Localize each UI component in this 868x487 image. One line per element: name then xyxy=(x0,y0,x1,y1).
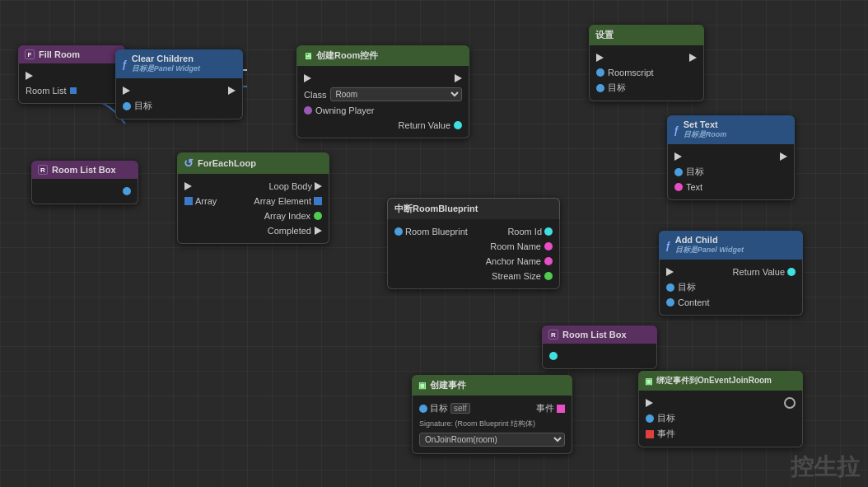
bind-event-exec-out xyxy=(784,397,796,409)
settings-roomscript-label: Roomscript xyxy=(608,68,654,77)
set-text-exec-in xyxy=(674,152,682,161)
create-event-event-pin xyxy=(557,405,565,413)
foreach-node: ↺ ForEachLoop Loop Body Array Array Elem… xyxy=(177,152,329,244)
fill-room-list-row: Room List xyxy=(19,83,124,98)
foreach-index-pin xyxy=(314,212,322,220)
create-event-target-group: 目标 self xyxy=(419,402,470,414)
break-room-name-row: Room Name xyxy=(388,239,559,254)
foreach-loopbody-pin xyxy=(315,182,322,190)
foreach-completed-row: Completed xyxy=(178,223,329,238)
room-list-box-left-title: Room List Box xyxy=(52,165,116,175)
clear-children-title: Clear Children xyxy=(132,54,200,63)
add-child-target-pin xyxy=(666,283,674,292)
break-room-id-pin xyxy=(544,227,553,236)
foreach-loopbody-label: Loop Body xyxy=(268,181,312,191)
clear-children-node: ƒ Clear Children 目标是Panel Widget 目标 xyxy=(115,49,243,119)
fill-room-exec-out-pin xyxy=(26,72,33,80)
foreach-body: Loop Body Array Array Element Array Inde… xyxy=(177,174,329,244)
bind-event-event-pin xyxy=(646,430,654,438)
add-child-exec-row: Return Value xyxy=(660,265,802,279)
foreach-header: ↺ ForEachLoop xyxy=(177,152,329,174)
clear-children-body: 目标 xyxy=(115,78,243,119)
create-event-target-pin xyxy=(419,405,427,413)
create-event-event-group: 事件 xyxy=(536,402,565,414)
break-room-id-group: Room Id xyxy=(507,227,553,236)
fill-room-exec-row xyxy=(19,68,124,83)
settings-title: 设置 xyxy=(595,29,614,41)
clear-children-title-group: Clear Children 目标是Panel Widget xyxy=(132,54,200,74)
add-child-return-pin xyxy=(787,268,796,276)
break-room-blueprint-group: Room Blueprint xyxy=(394,227,468,236)
settings-target-label: 目标 xyxy=(608,82,626,94)
break-room-stream-pin xyxy=(544,272,553,280)
add-child-title-group: Add Child 目标是Panel Widget xyxy=(675,235,744,255)
create-room-class-select[interactable]: Room xyxy=(330,87,462,101)
bind-event-event-label: 事件 xyxy=(657,428,675,440)
break-room-id-label: Room Id xyxy=(507,227,542,236)
clear-children-exec-row xyxy=(116,83,242,98)
create-event-target-row: 目标 self 事件 xyxy=(413,400,572,416)
foreach-array-pin xyxy=(184,197,193,205)
create-room-icon: 🖥 xyxy=(303,51,312,61)
room-list-box-left-output-pin xyxy=(123,187,131,195)
break-room-stream-label: Stream Size xyxy=(492,271,541,281)
break-room-anchor-pin xyxy=(544,257,553,265)
foreach-title: ForEachLoop xyxy=(198,158,256,168)
room-list-box-center-title: Room List Box xyxy=(562,330,627,339)
create-room-owning-pin xyxy=(304,106,312,115)
create-event-signature: Signature: (Room Blueprint 结构体) xyxy=(419,419,535,429)
set-text-target-pin xyxy=(674,168,683,176)
bind-event-target-pin xyxy=(646,414,654,423)
foreach-array-row: Array Array Element xyxy=(178,194,329,208)
room-list-box-center-body xyxy=(542,344,657,369)
bind-event-exec-in xyxy=(646,399,653,407)
foreach-completed-pin xyxy=(315,227,322,235)
fill-room-title: Fill Room xyxy=(39,49,80,59)
foreach-element-label: Array Element xyxy=(254,196,311,206)
bind-event-header: ▣ 绑定事件到OnEventJoinRoom xyxy=(638,371,803,391)
break-room-title: 中断RoomBlueprint xyxy=(394,203,478,215)
add-child-subtitle: 目标是Panel Widget xyxy=(675,245,744,255)
room-list-box-left-body xyxy=(31,179,138,204)
settings-target-pin xyxy=(596,84,604,92)
create-event-icon: ▣ xyxy=(418,381,426,390)
create-room-owning-row: Owning Player xyxy=(297,103,469,118)
add-child-icon: ƒ xyxy=(665,240,671,251)
set-text-text-row: Text xyxy=(668,180,794,194)
foreach-index-row: Array Index xyxy=(178,208,329,223)
set-text-exec-out xyxy=(780,152,787,161)
create-room-node: 🖥 创建Room控件 Class Room Owning Player Retu… xyxy=(296,45,469,138)
foreach-icon: ↺ xyxy=(184,157,194,170)
set-text-body: 目标 Text xyxy=(667,144,795,200)
add-child-return-label: Return Value xyxy=(733,267,785,277)
foreach-completed-label: Completed xyxy=(268,226,311,236)
set-text-header: ƒ Set Text 目标是Room xyxy=(667,115,795,144)
fill-room-body: Room List xyxy=(18,63,125,104)
break-room-blueprint-row: Room Blueprint Room Id xyxy=(388,224,559,239)
set-text-title-group: Set Text 目标是Room xyxy=(684,119,727,140)
set-text-title: Set Text xyxy=(684,119,727,129)
fill-room-header: F Fill Room xyxy=(18,45,125,63)
settings-body: Roomscript 目标 xyxy=(589,45,704,101)
break-room-blueprint-pin xyxy=(394,227,403,236)
break-room-stream-row: Stream Size xyxy=(388,269,559,283)
settings-exec-out xyxy=(689,54,697,62)
set-text-node: ƒ Set Text 目标是Room 目标 Text xyxy=(667,115,795,200)
create-room-header: 🖥 创建Room控件 xyxy=(296,45,469,66)
room-list-box-left-header: R Room List Box xyxy=(31,161,138,179)
create-room-exec-out xyxy=(455,74,462,82)
settings-target-row: 目标 xyxy=(590,80,703,96)
clear-children-subtitle: 目标是Panel Widget xyxy=(132,63,200,74)
create-event-dropdown[interactable]: OnJoinRoom(room) xyxy=(419,433,565,447)
set-text-icon: ƒ xyxy=(674,124,679,136)
set-text-target-row: 目标 xyxy=(668,164,794,180)
settings-exec-row xyxy=(590,50,703,65)
break-room-node: 中断RoomBlueprint Room Blueprint Room Id R… xyxy=(387,198,560,289)
add-child-body: Return Value 目标 Content xyxy=(659,260,803,316)
set-text-text-label: Text xyxy=(686,182,702,192)
bind-event-event-row: 事件 xyxy=(639,426,802,442)
settings-header: 设置 xyxy=(589,25,704,45)
settings-node: 设置 Roomscript 目标 xyxy=(589,25,704,101)
set-text-target-label: 目标 xyxy=(686,166,704,178)
create-event-node: ▣ 创建事件 目标 self 事件 Signature: (Room Bluep… xyxy=(412,375,572,454)
